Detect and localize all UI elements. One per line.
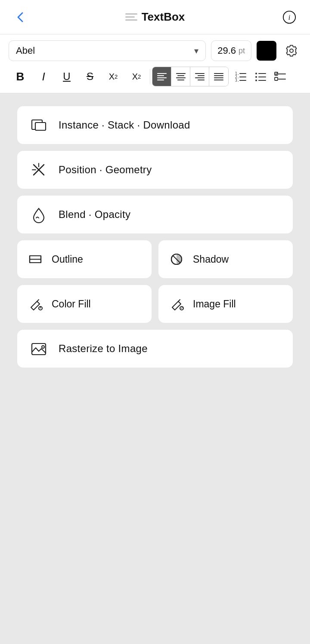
svg-point-22 <box>182 307 183 308</box>
svg-point-2 <box>290 49 293 52</box>
separator <box>150 69 150 84</box>
page-title: TextBox <box>142 10 185 24</box>
align-center-button[interactable] <box>171 67 190 86</box>
shadow-icon <box>168 251 185 268</box>
outline-button[interactable]: Outline <box>17 240 152 278</box>
outline-label: Outline <box>52 254 83 265</box>
svg-rect-12 <box>35 123 46 130</box>
instance-stack-download-row[interactable]: Instance · Stack · Download <box>17 106 293 144</box>
svg-point-21 <box>180 307 183 310</box>
font-size-value: 29.6 <box>217 45 236 56</box>
instance-stack-icon <box>29 116 48 135</box>
gear-button[interactable] <box>282 41 301 61</box>
subscript-button[interactable]: X2 <box>102 66 125 87</box>
unordered-list-button[interactable] <box>251 67 270 86</box>
button-grid: Outline Shadow <box>17 240 293 323</box>
svg-point-8 <box>255 80 257 81</box>
align-justify-button[interactable] <box>209 67 228 86</box>
list-group: 1. 2. 3. <box>231 67 290 86</box>
rasterize-label: Rasterize to Image <box>59 343 148 355</box>
align-right-button[interactable] <box>190 67 209 86</box>
header-lines-icon <box>125 13 137 21</box>
blend-opacity-label: Blend · Opacity <box>59 209 130 221</box>
position-geometry-label: Position · Geometry <box>59 164 152 176</box>
svg-point-24 <box>42 346 44 348</box>
toolbar-row2: B I U S X2 X2 <box>9 66 301 87</box>
toolbar: Abel ▾ 29.6 pt B I U S X2 X2 <box>0 34 310 93</box>
color-fill-label: Color Fill <box>52 298 91 310</box>
instance-stack-label: Instance · Stack · Download <box>59 119 190 131</box>
align-left-button[interactable] <box>152 67 171 86</box>
svg-text:3.: 3. <box>235 79 239 83</box>
blend-opacity-row[interactable]: Blend · Opacity <box>17 196 293 233</box>
position-geometry-row[interactable]: Position · Geometry <box>17 151 293 189</box>
blend-opacity-icon <box>29 205 48 224</box>
ordered-list-button[interactable]: 1. 2. 3. <box>231 67 250 86</box>
font-selector[interactable]: Abel ▾ <box>9 40 206 61</box>
position-geometry-icon <box>29 160 48 179</box>
checklist-button[interactable] <box>271 67 290 86</box>
align-group <box>152 67 229 86</box>
superscript-button[interactable]: X2 <box>125 66 148 87</box>
color-fill-button[interactable]: Color Fill <box>17 285 152 323</box>
font-dropdown-icon: ▾ <box>194 46 198 56</box>
color-fill-icon <box>27 295 44 313</box>
rasterize-icon <box>29 339 48 358</box>
font-size-unit: pt <box>239 46 245 55</box>
shadow-button[interactable]: Shadow <box>158 240 293 278</box>
underline-button[interactable]: U <box>55 66 78 87</box>
header: TextBox i <box>0 0 310 34</box>
rasterize-to-image-row[interactable]: Rasterize to Image <box>17 330 293 368</box>
svg-rect-23 <box>32 343 46 355</box>
italic-button[interactable]: I <box>32 66 55 87</box>
back-button[interactable] <box>10 7 31 28</box>
image-fill-icon <box>168 295 185 313</box>
bold-button[interactable]: B <box>9 66 32 87</box>
svg-point-6 <box>255 73 257 74</box>
svg-rect-10 <box>275 77 278 80</box>
header-center: TextBox <box>125 10 185 24</box>
strikethrough-button[interactable]: S <box>78 66 102 87</box>
font-size-box[interactable]: 29.6 pt <box>211 40 251 61</box>
svg-text:i: i <box>288 13 290 21</box>
color-swatch[interactable] <box>257 41 276 61</box>
image-fill-button[interactable]: Image Fill <box>158 285 293 323</box>
outline-icon <box>27 251 44 268</box>
svg-point-7 <box>255 76 257 78</box>
image-fill-label: Image Fill <box>193 298 236 310</box>
shadow-label: Shadow <box>193 254 229 265</box>
info-button[interactable]: i <box>279 7 300 28</box>
toolbar-row1: Abel ▾ 29.6 pt <box>9 40 301 61</box>
main-content: Instance · Stack · Download Position · G… <box>0 93 310 380</box>
font-name: Abel <box>16 45 35 56</box>
